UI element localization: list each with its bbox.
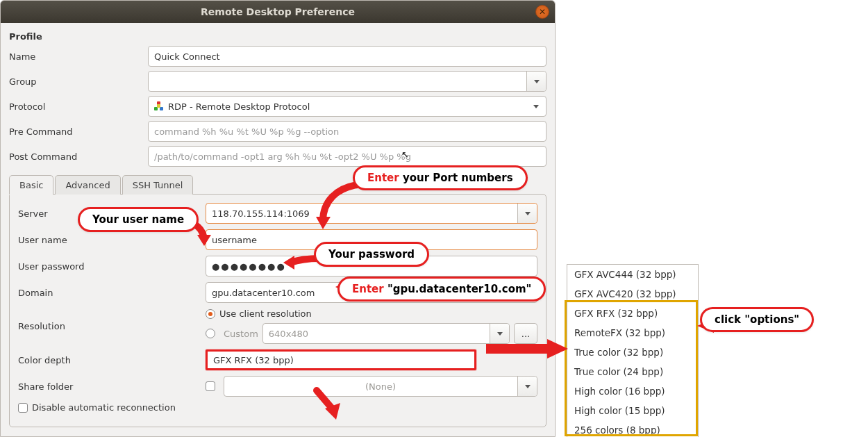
- annotation-options: click "options": [700, 307, 814, 332]
- postcmd-label: Post Command: [9, 151, 148, 162]
- resolution-more-button[interactable]: ...: [514, 323, 537, 344]
- options-highlight-box: [565, 300, 698, 436]
- resolution-custom-label: Custom: [224, 329, 258, 339]
- password-label: User password: [18, 261, 206, 272]
- share-checkbox[interactable]: [206, 381, 215, 391]
- resolution-client-label: Use client resolution: [219, 308, 312, 319]
- protocol-dropdown-button[interactable]: [526, 97, 546, 116]
- group-label: Group: [9, 76, 148, 87]
- colordepth-select[interactable]: GFX RFX (32 bpp): [206, 349, 476, 370]
- share-dropdown-button[interactable]: [517, 377, 537, 396]
- rdp-icon: [154, 101, 164, 111]
- profile-heading: Profile: [9, 31, 546, 42]
- annotation-username: Your user name: [78, 207, 199, 232]
- group-combo[interactable]: [148, 71, 546, 92]
- username-label: User name: [18, 235, 206, 245]
- annotation-domain: Enter "gpu.datacenter10.com": [337, 277, 546, 302]
- name-input[interactable]: Quick Connect: [148, 46, 546, 67]
- annotation-password: Your password: [314, 242, 429, 267]
- disable-reconnect-checkbox[interactable]: [18, 403, 28, 413]
- protocol-label: Protocol: [9, 101, 148, 112]
- resolution-custom-radio[interactable]: [206, 329, 215, 338]
- resolution-label: Resolution: [18, 321, 206, 331]
- close-button[interactable]: ✕: [535, 5, 549, 19]
- window-title: Remote Desktop Preference: [201, 6, 355, 17]
- close-icon: ✕: [539, 7, 546, 17]
- chevron-down-icon: [525, 385, 531, 388]
- share-select[interactable]: (None): [224, 376, 537, 397]
- precmd-input[interactable]: command %h %u %t %U %p %g --option: [148, 121, 546, 142]
- disable-reconnect-label: Disable automatic reconnection: [32, 402, 176, 413]
- annotation-port: Enter your Port numbers: [353, 165, 528, 190]
- tab-advanced[interactable]: Advanced: [55, 175, 120, 195]
- chevron-down-icon: [534, 80, 540, 83]
- resolution-client-radio[interactable]: [206, 309, 215, 319]
- postcmd-input[interactable]: /path/to/command -opt1 arg %h %u %t -opt…: [148, 146, 546, 167]
- option-gfx-avc444[interactable]: GFX AVC444 (32 bpp): [567, 265, 698, 284]
- server-input[interactable]: 118.70.155.114:1069: [206, 203, 537, 224]
- tab-ssh-tunnel[interactable]: SSH Tunnel: [122, 175, 194, 195]
- share-label: Share folder: [18, 381, 206, 392]
- resolution-dropdown-button[interactable]: [490, 324, 509, 343]
- chevron-down-icon: [497, 332, 503, 336]
- dialog-buttons: Cancel Save as Default Save Connect Save…: [1, 431, 555, 437]
- precmd-label: Pre Command: [9, 126, 148, 137]
- group-dropdown-button[interactable]: [526, 72, 546, 91]
- titlebar: Remote Desktop Preference ✕: [1, 1, 555, 23]
- chevron-down-icon: [533, 105, 539, 108]
- server-dropdown-button[interactable]: [517, 204, 537, 223]
- resolution-custom-select[interactable]: 640x480: [262, 323, 510, 344]
- name-label: Name: [9, 51, 148, 62]
- domain-label: Domain: [18, 288, 206, 298]
- colordepth-label: Color depth: [18, 355, 206, 365]
- chevron-down-icon: [525, 212, 531, 215]
- tab-basic[interactable]: Basic: [9, 175, 53, 195]
- protocol-combo[interactable]: RDP - Remote Desktop Protocol: [148, 96, 546, 117]
